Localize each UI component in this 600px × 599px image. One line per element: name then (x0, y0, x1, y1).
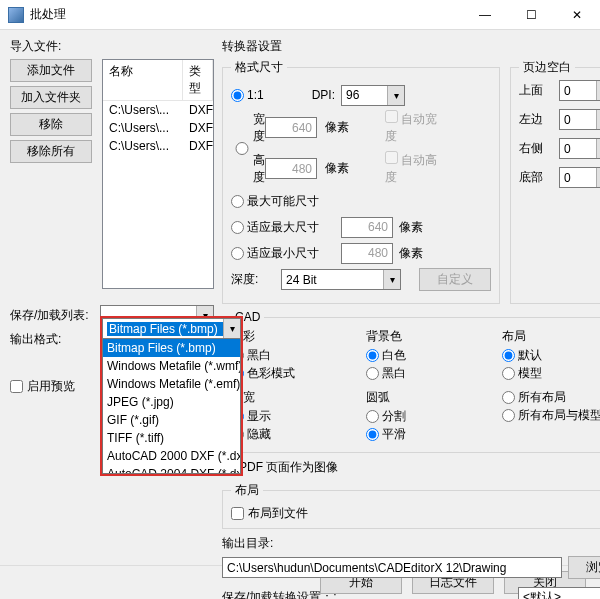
file-row[interactable]: C:\Users\... DXF (103, 101, 213, 119)
split-radio[interactable]: 分割 (366, 408, 406, 425)
auto-height-check[interactable]: 自动高度 (385, 151, 445, 186)
white-radio[interactable]: 白色 (366, 347, 406, 364)
app-icon (8, 7, 24, 23)
file-list-header: 名称 类型 (103, 60, 213, 101)
output-format-label: 输出格式: (10, 331, 100, 348)
col-type[interactable]: 类型 (183, 60, 213, 100)
remove-button[interactable]: 移除 (10, 113, 92, 136)
dropdown-item[interactable]: Bitmap Files (*.bmp) (103, 339, 240, 357)
dpi-label: DPI: (312, 88, 335, 102)
save-load-list-label: 保存/加载列表: (10, 307, 100, 324)
layout-to-file-label: 布局到文件 (248, 505, 308, 522)
window-title: 批处理 (30, 6, 462, 23)
margin-top-label: 上面 (519, 82, 559, 99)
pixel-label: 像素 (325, 119, 385, 136)
model-radio[interactable]: 模型 (502, 365, 542, 382)
black-radio[interactable]: 黑白 (366, 365, 406, 382)
margin-group: 页边空白 上面 ▴▾ 左边 ▴▾ 右侧 ▴▾ 底部 ▴▾ (510, 59, 600, 304)
fit-max-input[interactable] (341, 217, 393, 238)
pixel-label: 像素 (399, 245, 423, 262)
file-row[interactable]: C:\Users\... DXF (103, 119, 213, 137)
output-dir-label: 输出目录: (222, 535, 600, 552)
layout-group: 布局 布局到文件 (222, 482, 600, 529)
dropdown-item[interactable]: Windows Metafile (*.emf) (103, 375, 240, 393)
file-row[interactable]: C:\Users\... DXF (103, 137, 213, 155)
maximize-button[interactable]: ☐ (508, 0, 554, 30)
chevron-down-icon (383, 270, 400, 289)
dropdown-item[interactable]: AutoCAD 2004 DXF (*.dxf) (103, 465, 240, 474)
dropdown-list[interactable]: Bitmap Files (*.bmp) Windows Metafile (*… (102, 339, 241, 474)
add-folder-button[interactable]: 加入文件夹 (10, 86, 92, 109)
chevron-down-icon (387, 86, 404, 105)
default-radio[interactable]: 默认 (502, 347, 542, 364)
chevron-down-icon[interactable] (223, 319, 240, 338)
import-label: 导入文件: (10, 38, 214, 55)
margin-left-input[interactable]: ▴▾ (559, 109, 600, 130)
depth-label: 深度: (231, 271, 281, 288)
remove-all-button[interactable]: 移除所有 (10, 140, 92, 163)
cad-group: CAD 色彩 黑白 色彩模式 背景色 白色 黑白 布局 默认 模型 (222, 310, 600, 453)
margin-right-label: 右侧 (519, 140, 559, 157)
depth-combo[interactable]: 24 Bit (281, 269, 401, 290)
margin-left-label: 左边 (519, 111, 559, 128)
margin-right-input[interactable]: ▴▾ (559, 138, 600, 159)
dropdown-item[interactable]: GIF (*.gif) (103, 411, 240, 429)
fit-max-radio[interactable]: 适应最大尺寸 (231, 219, 319, 236)
color-sub-label: 色彩 (231, 328, 348, 345)
max-possible-radio[interactable]: 最大可能尺寸 (231, 193, 319, 210)
dropdown-item[interactable]: JPEG (*.jpg) (103, 393, 240, 411)
arc-sub-label: 圆弧 (366, 389, 483, 406)
dropdown-item[interactable]: Windows Metafile (*.wmf) (103, 357, 240, 375)
converter-title: 转换器设置 (222, 38, 600, 55)
file-list[interactable]: 名称 类型 C:\Users\... DXF C:\Users\... DXF … (102, 59, 214, 289)
save-load-conv-label: 保存/加载转换设置：: (222, 589, 372, 599)
pixel-label: 像素 (399, 219, 423, 236)
output-format-dropdown[interactable]: Bitmap Files (*.bmp) Bitmap Files (*.bmp… (100, 316, 243, 476)
format-size-legend: 格式尺寸 (231, 59, 287, 76)
auto-width-check[interactable]: 自动宽度 (385, 110, 445, 145)
margin-legend: 页边空白 (519, 59, 575, 76)
layout-sub-label: 布局 (502, 328, 600, 345)
layout-legend: 布局 (231, 482, 263, 499)
minimize-button[interactable]: — (462, 0, 508, 30)
layout-to-file-checkbox[interactable] (231, 507, 244, 520)
smooth-radio[interactable]: 平滑 (366, 426, 406, 443)
dropdown-item[interactable]: TIFF (*.tiff) (103, 429, 240, 447)
enable-preview-label: 启用预览 (27, 378, 75, 395)
bg-sub-label: 背景色 (366, 328, 483, 345)
margin-bottom-input[interactable]: ▴▾ (559, 167, 600, 188)
output-dir-input[interactable] (222, 557, 562, 578)
margin-top-input[interactable]: ▴▾ (559, 80, 600, 101)
margin-bottom-label: 底部 (519, 169, 559, 186)
col-name[interactable]: 名称 (103, 60, 183, 100)
dropdown-item[interactable]: AutoCAD 2000 DXF (*.dxf) (103, 447, 240, 465)
all-and-model-radio[interactable]: 所有布局与模型 (502, 407, 600, 424)
add-file-button[interactable]: 添加文件 (10, 59, 92, 82)
fit-min-radio[interactable]: 适应最小尺寸 (231, 245, 319, 262)
close-button[interactable]: ✕ (554, 0, 600, 30)
save-load-conv-combo[interactable]: <默认> (518, 587, 600, 599)
browse-button[interactable]: 浏览 (568, 556, 600, 579)
wh-radio[interactable] (231, 142, 253, 155)
enable-preview-checkbox[interactable] (10, 380, 23, 393)
format-size-group: 格式尺寸 1:1 DPI: 96 宽度 像素 自动宽度 高度 像素 自 (222, 59, 500, 304)
custom-button[interactable]: 自定义 (419, 268, 491, 291)
pixel-label: 像素 (325, 160, 385, 177)
width-label: 宽度 (253, 111, 265, 145)
width-input[interactable] (265, 117, 317, 138)
height-input[interactable] (265, 158, 317, 179)
dropdown-selected: Bitmap Files (*.bmp) (107, 322, 236, 336)
height-label: 高度 (253, 152, 265, 186)
fit-min-input[interactable] (341, 243, 393, 264)
ratio-1-1-radio[interactable]: 1:1 (231, 88, 264, 102)
dpi-combo[interactable]: 96 (341, 85, 405, 106)
titlebar: 批处理 — ☐ ✕ (0, 0, 600, 30)
all-layouts-radio[interactable]: 所有布局 (502, 389, 566, 406)
lineweight-sub-label: 线宽 (231, 389, 348, 406)
pdf-as-image-label: PDF 页面作为图像 (239, 459, 338, 476)
